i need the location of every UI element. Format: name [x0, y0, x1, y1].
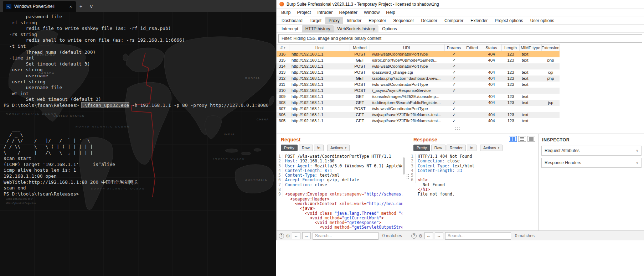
tab-intruder[interactable]: Intruder	[343, 17, 365, 24]
history-row-314[interactable]: 314http://192.168.1.1POST/wls-wsat/Coord…	[277, 63, 560, 69]
history-row-315[interactable]: 315http://192.168.1.1GET/jsrpc.php?type=…	[277, 57, 560, 63]
code-line: 2Host: 192.168.1.1:80	[277, 159, 402, 163]
column-header-id[interactable]: #▾	[277, 45, 289, 51]
request-search-input[interactable]	[313, 232, 378, 240]
tab-target[interactable]: Target	[306, 17, 325, 24]
menu-project[interactable]: Project	[294, 10, 314, 15]
cell-id: 308	[277, 100, 289, 106]
subtab-http-history[interactable]: HTTP history	[302, 25, 334, 32]
terminal-body[interactable]: GREENLANDCANADARUSSIAUNITED STATESCHINAI…	[0, 12, 276, 276]
inspector-section-request-attributes[interactable]: Request Attributes∨	[541, 146, 642, 156]
cell-length	[502, 88, 520, 94]
cell-method: GET	[350, 57, 370, 63]
history-row-307[interactable]: 307http://192.168.1.1POST/wls-wsat/Coord…	[277, 106, 560, 112]
cell-params: ✓	[445, 51, 463, 57]
layout-columns-button[interactable]	[509, 136, 517, 142]
subtab-intercept[interactable]: Intercept	[278, 25, 302, 32]
search-prev-button[interactable]: ←	[424, 232, 433, 239]
tab-decoder[interactable]: Decoder	[418, 17, 441, 24]
column-header-length[interactable]: Length	[502, 45, 520, 51]
column-header-method[interactable]: Method	[350, 45, 370, 51]
editor-tab-pretty[interactable]: Pretty	[281, 145, 298, 151]
cell-status: 404	[481, 75, 502, 82]
editor-tab-raw[interactable]: Raw	[299, 145, 313, 151]
history-row-312[interactable]: 312http://192.168.1.1GET/zabbix.php?acti…	[277, 75, 560, 82]
response-editor[interactable]: 1HTTP/1.1 404 Not Found2Connection: clos…	[409, 154, 535, 230]
vertical-splitter-handle[interactable]	[406, 174, 409, 179]
cell-length: 123	[502, 57, 520, 63]
editor-tab-n[interactable]: \n	[467, 145, 476, 151]
request-actions-button[interactable]: Actions▾	[327, 145, 350, 151]
code-line: Not Found	[409, 183, 535, 187]
new-tab-icon[interactable]: +	[76, 1, 86, 12]
cell-url: /console/images/%252E./console.p...	[370, 94, 445, 100]
menu-window[interactable]: Window	[361, 10, 383, 15]
menu-repeater[interactable]: Repeater	[336, 10, 360, 15]
search-next-button[interactable]: →	[435, 232, 443, 239]
history-row-305[interactable]: 305http://192.168.1.1GET/wxjsapi/saveYZJ…	[277, 118, 560, 124]
cell-url: /wls-wsat/CoordinatorPortType	[370, 63, 445, 69]
column-header-url[interactable]: URL	[370, 45, 445, 51]
inspector-section-response-headers[interactable]: Response Headers∨	[541, 158, 642, 168]
editor-tab-render[interactable]: Render	[447, 145, 466, 151]
menu-intruder[interactable]: Intruder	[314, 10, 336, 15]
menu-help[interactable]: Help	[383, 10, 398, 15]
close-tab-icon[interactable]: ×	[68, 4, 73, 9]
request-editor[interactable]: 1POST /wls-wsat/CoordinatorPortType HTTP…	[277, 154, 402, 230]
filter-bar[interactable]: Filter: Hiding CSS, image and general bi…	[278, 34, 642, 43]
tab-user-options[interactable]: User options	[527, 17, 558, 24]
tab-sequencer[interactable]: Sequencer	[390, 17, 418, 24]
history-row-311[interactable]: 311http://192.168.1.1POST/wls-wsat/Coord…	[277, 82, 560, 88]
settings-gear-icon[interactable]: ⚙	[286, 233, 290, 239]
subtab-websockets-history[interactable]: WebSockets history	[334, 25, 379, 32]
history-row-309[interactable]: 309http://192.168.1.1GET/console/images/…	[277, 94, 560, 100]
cell-ext: php	[542, 57, 560, 63]
code-line: 4Content-Length: 871	[277, 168, 402, 173]
column-header-mime[interactable]: MIME type	[520, 45, 542, 51]
horizontal-splitter-handle[interactable]	[455, 127, 460, 130]
column-header-params[interactable]: Params	[445, 45, 463, 51]
ascii-art-line: ___	[4, 126, 276, 132]
subtab-options[interactable]: Options	[378, 25, 400, 32]
request-scrollbar-thumb[interactable]	[403, 157, 405, 175]
column-header-host[interactable]: Host	[289, 45, 350, 51]
search-next-button[interactable]: →	[302, 232, 311, 239]
cell-edited	[463, 100, 481, 106]
column-header-ext[interactable]: Extension	[542, 45, 560, 51]
cell-url: /wxjsapi/saveYZJFile?fileName=test...	[370, 118, 445, 124]
tab-project-options[interactable]: Project options	[491, 17, 526, 24]
history-row-316[interactable]: 316http://192.168.1.1POST/wls-wsat/Coord…	[277, 51, 560, 57]
history-row-306[interactable]: 306http://192.168.1.1GET/wxjsapi/saveYZJ…	[277, 112, 560, 118]
settings-gear-icon[interactable]: ⚙	[418, 233, 423, 239]
burp-window: Burp Suite Professional v2020.11.3 - Tem…	[276, 0, 644, 240]
search-prev-button[interactable]: ←	[292, 232, 300, 239]
layout-rows-button[interactable]	[518, 136, 526, 142]
history-row-313[interactable]: 313http://192.168.1.1POST/password_chang…	[277, 69, 560, 75]
help-icon[interactable]: ?	[411, 233, 417, 239]
cell-status: 404	[481, 112, 502, 118]
help-icon[interactable]: ?	[279, 233, 284, 239]
cell-method: POST	[350, 69, 370, 75]
cell-url: /password_change.cgi	[370, 69, 445, 75]
response-panel: Response PrettyRawRender\n Actions▾ 1HTT…	[409, 134, 538, 230]
response-search-input[interactable]	[445, 232, 511, 240]
tab-extender[interactable]: Extender	[467, 17, 491, 24]
editor-tab-n[interactable]: \n	[314, 145, 324, 151]
cell-edited	[463, 69, 481, 75]
response-actions-button[interactable]: Actions▾	[480, 145, 503, 151]
editor-tab-raw[interactable]: Raw	[431, 145, 445, 151]
tab-comparer[interactable]: Comparer	[441, 17, 467, 24]
editor-tab-pretty[interactable]: Pretty	[413, 145, 430, 151]
tab-dropdown-icon[interactable]: ∨	[86, 1, 97, 12]
terminal-tab[interactable]: >_ Windows PowerShell ×	[3, 1, 76, 12]
cell-ext: jsp	[542, 100, 560, 106]
column-header-edited[interactable]: Edited	[463, 45, 481, 51]
history-row-308[interactable]: 308http://192.168.1.1GET/uddiexplorer/Se…	[277, 100, 560, 106]
history-row-310[interactable]: 310http://192.168.1.1POST/_async/AsyncRe…	[277, 88, 560, 94]
tab-dashboard[interactable]: Dashboard	[278, 17, 306, 24]
menu-burp[interactable]: Burp	[278, 10, 294, 15]
column-header-status[interactable]: Status	[481, 45, 502, 51]
tab-proxy[interactable]: Proxy	[325, 17, 343, 24]
tab-repeater[interactable]: Repeater	[365, 17, 390, 24]
layout-single-button[interactable]	[527, 136, 535, 142]
